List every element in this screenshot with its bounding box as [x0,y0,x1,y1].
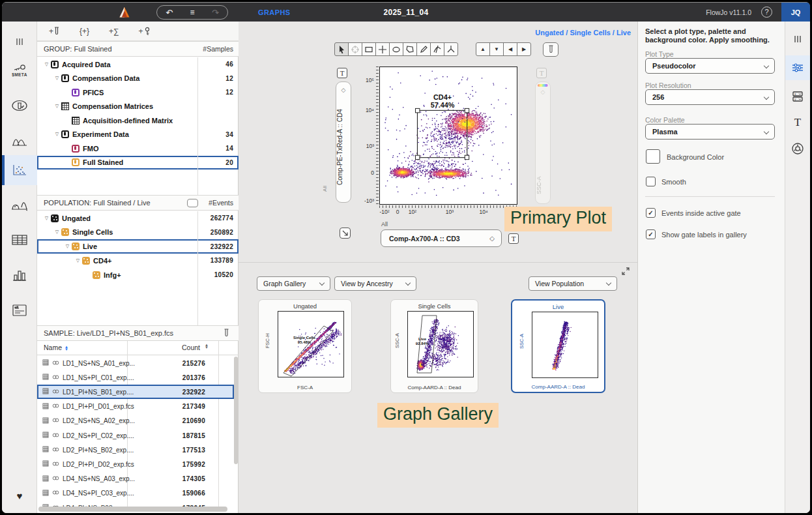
x-axis-text-button[interactable]: T [508,233,519,244]
y-axis-text-button[interactable]: T [337,68,347,78]
sample-row-ld2-ns-pi-c02-exp[interactable]: LD2_NS+PI_C02_exp....187815 [37,428,234,443]
table-view-button[interactable] [2,225,37,255]
gallery-mode-dropdown[interactable]: Graph Gallery [257,276,330,291]
y-axis-selector[interactable]: ◇ Comp-PE-TxRed-A :: CD4 [336,81,351,203]
sample-row-ld2-pi-ns-b02-exp[interactable]: LD2_PI+NS_B02_exp....177513 [37,443,234,457]
gate-handle[interactable] [465,108,469,112]
primary-plot[interactable]: CD4+ 57.44% [379,66,517,205]
sample-row-ld4-ns-ns-a03-exp[interactable]: LD4_NS+NS_A03_exp...174305 [37,472,234,486]
histogram-view-button[interactable] [2,126,37,156]
expand-caret[interactable]: ▽ [53,104,61,109]
nav-up-button[interactable]: ▲ [476,42,490,56]
help-button[interactable]: ? [761,7,772,18]
expand-caret[interactable]: ▽ [53,76,61,81]
population-row-single-cells[interactable]: ▽Single Cells250892 [37,226,239,240]
population-section-header[interactable]: POPULATION: Full Stained / Live #Events [37,195,239,211]
expand-caret[interactable]: ▽ [53,132,61,137]
sample-row-ld2-pi-pi-d02-exp-fcs[interactable]: LD2_PI+PI_D02_exp.fcs175992 [37,457,234,471]
background-color-checkbox[interactable] [646,149,660,164]
gallery-population-dropdown[interactable]: View Population [529,276,617,291]
show-gate-labels-checkbox[interactable]: ✓ [646,229,656,239]
gallery-card-ungated[interactable]: UngatedSingle Cells95.48%FSC-HFSC-A [258,299,352,393]
population-row-live[interactable]: ▽Live232922 [37,239,239,254]
text-options-button[interactable]: T [785,110,810,135]
spline-gate-tool-button[interactable] [430,42,444,56]
resize-plot-button[interactable] [340,228,351,239]
group-row-full-stained[interactable]: Full Stained20 [37,156,239,170]
population-header-checkbox[interactable] [187,199,198,207]
expand-caret[interactable]: ▽ [42,216,51,221]
pencil-gate-tool-button[interactable] [416,42,431,56]
quad-gate-tool-button[interactable] [375,42,390,56]
sample-row-ld1-ns-ns-a01-exp[interactable]: LD1_NS+NS_A01_exp...215276 [37,356,234,370]
axis-options-button[interactable]: xy [785,84,810,109]
population-row-cd4[interactable]: ▽CD4+133789 [37,254,239,268]
group-row-acquired-data[interactable]: ▽Acquired Data46 [37,57,239,72]
collapse-settings-button[interactable] [785,27,810,52]
palette-options-button[interactable] [785,136,810,161]
ellipse-gate-tool-button[interactable] [389,42,403,56]
add-keyword-button[interactable]: + [139,27,151,36]
collapse-panel-button[interactable] [2,27,37,57]
sample-select-button[interactable] [543,42,558,57]
rectangle-gate-tool-button[interactable] [362,42,376,56]
group-row-acquisition-defined-matrix[interactable]: Acquisition-defined Matrix [37,113,239,128]
polygon-gate-tool-button[interactable] [403,42,417,56]
gallery-card-live[interactable]: LiveSSC-AComp-AARD-A :: Dead [511,299,605,393]
events-inside-gate-checkbox[interactable]: ✓ [646,208,656,218]
gallery-ancestry-dropdown[interactable]: View by Ancestry [334,276,416,291]
plot-settings-button[interactable] [785,55,810,80]
plot-type-dropdown[interactable]: Pseudocolor [645,58,775,74]
qc-button[interactable] [2,91,37,121]
gate-handle[interactable] [415,108,419,112]
count-sort-icon[interactable]: ▲▼ [205,344,209,351]
contour-view-button[interactable] [2,190,37,220]
count-column-header[interactable]: Count▲▼ [182,344,209,351]
expand-gallery-icon[interactable] [622,266,630,278]
expand-caret[interactable]: ▽ [63,244,72,249]
gate-handle[interactable] [465,155,469,159]
nav-right-button[interactable]: ▶ [517,42,531,56]
name-sort-icon[interactable]: ▲▼ [65,346,68,351]
bar-chart-button[interactable] [2,260,37,290]
expand-caret[interactable]: ▽ [53,229,61,235]
add-sample-button[interactable]: + [49,27,60,36]
plot-resolution-dropdown[interactable]: 256 [645,89,775,105]
group-row-compensation-data[interactable]: ▽Compensation Data12 [37,72,239,86]
sample-vertical-scrollbar[interactable] [234,357,238,464]
user-avatar[interactable]: JQ [781,3,810,22]
tri-gate-tool-button[interactable] [444,42,458,56]
color-palette-dropdown[interactable]: Plasma [645,124,775,140]
group-row-pfics[interactable]: PFICS12 [37,85,239,100]
add-group-button[interactable]: {+} [80,27,89,36]
population-row-infg[interactable]: Infg+10520 [37,268,239,282]
nav-down-button[interactable]: ▼ [489,42,504,56]
group-row-fmo[interactable]: FMO14 [37,141,239,156]
sample-section-header[interactable]: SAMPLE: Live/LD1_PI+NS_B01_exp.fcs [37,325,239,341]
gallery-gate[interactable] [283,326,333,376]
group-section-header[interactable]: GROUP: Full Stained #Samples [37,41,239,57]
sample-row-ld4-ns-pi-c03-exp[interactable]: LD4_NS+PI_C03_exp....159066 [37,486,234,501]
graphs-view-button[interactable] [2,155,37,185]
expand-caret[interactable]: ▽ [74,258,82,263]
breadcrumb[interactable]: Ungated / Single Cells / Live [535,29,631,37]
gallery-card-plot[interactable]: Live92.84% [407,311,474,377]
gate-handle[interactable] [415,155,419,159]
sample-horizontal-scrollbar[interactable] [38,507,227,512]
nav-left-button[interactable]: ◀ [503,42,517,56]
sample-row-ld1-pi-pi-d01-exp-fcs[interactable]: LD1_PI+PI_D01_exp.fcs217349 [37,400,234,414]
name-column-header[interactable]: Name▲▼ [44,344,68,351]
group-row-experiment-data[interactable]: ▽Experiment Data34 [37,128,239,142]
gallery-card-single-cells[interactable]: Single CellsLive92.84%SSC-AComp-AARD-A :… [390,299,478,393]
sample-row-ld2-ns-ns-a02-exp[interactable]: LD2_NS+NS_A02_exp...210690 [37,414,234,428]
meta-keywords-button[interactable]: $META [2,55,37,85]
sample-row-ld1-ns-pi-c01-exp[interactable]: LD1_NS+PI_C01_exp....201376 [37,370,234,385]
expand-caret[interactable]: ▽ [42,62,51,67]
favorites-heart-icon[interactable]: ♥ [2,490,37,501]
sample-row-ld1-pi-ns-b01-exp[interactable]: LD1_PI+NS_B01_exp....232922 [37,385,234,399]
smooth-checkbox[interactable] [646,177,656,186]
population-row-ungated[interactable]: ▽Ungated262774 [37,211,239,226]
cursor-tool-button[interactable] [334,42,349,56]
group-row-compensation-matrices[interactable]: ▽Compensation Matrices [37,100,239,114]
x-axis-selector[interactable]: Comp-Ax700-A :: CD3 ◇ [381,229,502,247]
